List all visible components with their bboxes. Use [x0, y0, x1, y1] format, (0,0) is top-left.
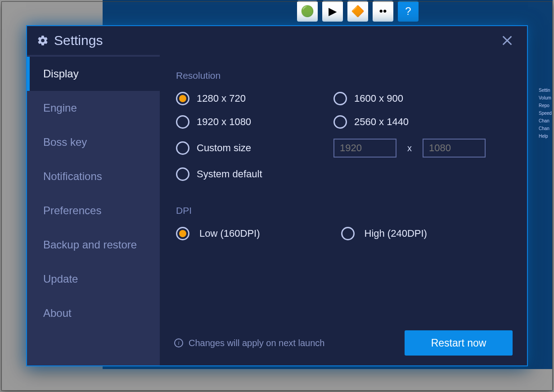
bg-menu-item: Repo — [539, 103, 552, 108]
settings-content: Resolution 1280 x 720 1600 x 900 1920 x … — [160, 55, 527, 365]
radio-label: 2560 x 1440 — [354, 116, 409, 128]
sidebar-item-label: Engine — [43, 102, 77, 114]
radio-icon — [333, 115, 347, 129]
radio-icon — [341, 227, 355, 240]
x-separator: x — [407, 143, 412, 153]
dpi-option-low[interactable]: Low (160DPI) — [176, 227, 260, 240]
restart-now-button[interactable]: Restart now — [405, 330, 513, 356]
info-icon: i — [174, 338, 183, 347]
sidebar-item-display[interactable]: Display — [27, 57, 160, 91]
bg-menu-item: Settin — [539, 88, 552, 93]
background-side-menu: Settin Volum Repo Speed Chan Chan Help — [539, 88, 552, 139]
radio-label: Low (160DPI) — [199, 228, 260, 239]
gear-icon — [37, 35, 49, 46]
resolution-option-2560x1440[interactable]: 2560 x 1440 — [333, 115, 513, 129]
sidebar-item-backup-restore[interactable]: Backup and restore — [27, 228, 160, 262]
sidebar-item-label: Display — [43, 68, 79, 80]
radio-icon — [176, 167, 189, 181]
bg-app-icon-3: 🔶 — [347, 1, 368, 22]
bg-app-icon-4: •• — [373, 1, 393, 22]
bg-menu-item: Volum — [539, 95, 552, 100]
resolution-option-1280x720[interactable]: 1280 x 720 — [176, 92, 333, 105]
radio-label: 1280 x 720 — [197, 93, 246, 104]
dpi-section-title: DPI — [176, 205, 513, 216]
bg-help-icon: ? — [398, 1, 419, 22]
dialog-footer: i Changes will apply on next launch Rest… — [174, 330, 513, 356]
sidebar-item-engine[interactable]: Engine — [27, 91, 160, 125]
sidebar-item-label: About — [43, 307, 72, 320]
close-icon — [501, 34, 513, 47]
resolution-options: 1280 x 720 1600 x 900 1920 x 1080 2560 x… — [176, 92, 513, 181]
settings-dialog: Settings Display Engine Boss key Notific… — [26, 25, 528, 366]
resolution-option-custom[interactable]: Custom size — [176, 141, 333, 155]
sidebar-item-about[interactable]: About — [27, 296, 160, 330]
bg-app-icon-2: ▶ — [322, 1, 343, 22]
bg-menu-item: Chan — [539, 126, 552, 131]
radio-label: 1920 x 1080 — [197, 116, 251, 128]
dialog-title: Settings — [54, 33, 497, 48]
custom-size-inputs: x — [333, 139, 513, 158]
sidebar-item-notifications[interactable]: Notifications — [27, 159, 160, 194]
dialog-titlebar: Settings — [27, 26, 527, 55]
resolution-section-title: Resolution — [176, 70, 513, 81]
radio-label: Custom size — [197, 142, 251, 154]
close-button[interactable] — [497, 31, 517, 50]
resolution-option-1920x1080[interactable]: 1920 x 1080 — [176, 115, 333, 129]
sidebar-item-label: Notifications — [43, 170, 102, 183]
sidebar-item-label: Boss key — [43, 136, 87, 149]
bg-menu-item: Chan — [539, 118, 552, 123]
dpi-option-high[interactable]: High (240DPI) — [341, 227, 427, 240]
resolution-option-1600x900[interactable]: 1600 x 900 — [333, 92, 513, 105]
bg-menu-item: Speed — [539, 111, 552, 116]
radio-icon — [333, 92, 347, 105]
radio-label: System default — [197, 168, 262, 180]
radio-label: High (240DPI) — [365, 228, 427, 239]
radio-icon — [176, 92, 189, 105]
bg-menu-item: Help — [539, 134, 552, 139]
custom-height-input[interactable] — [423, 139, 486, 158]
dpi-section: DPI Low (160DPI) High (240DPI) — [176, 205, 513, 240]
info-text: Changes will apply on next launch — [189, 338, 324, 348]
bg-app-icon-1: 🟢 — [297, 1, 318, 22]
background-toolbar: 🟢 ▶ 🔶 •• ? — [297, 1, 441, 23]
info-message: i Changes will apply on next launch — [174, 338, 324, 348]
sidebar-item-label: Update — [43, 273, 78, 285]
sidebar-item-preferences[interactable]: Preferences — [27, 194, 160, 228]
radio-icon — [176, 141, 189, 155]
sidebar-item-label: Backup and restore — [43, 239, 137, 251]
radio-label: 1600 x 900 — [354, 93, 403, 104]
sidebar-item-boss-key[interactable]: Boss key — [27, 125, 160, 159]
settings-sidebar: Display Engine Boss key Notifications Pr… — [27, 55, 160, 365]
sidebar-item-update[interactable]: Update — [27, 262, 160, 296]
radio-icon — [176, 227, 189, 240]
custom-width-input[interactable] — [333, 139, 396, 158]
radio-icon — [176, 115, 189, 129]
resolution-option-system-default[interactable]: System default — [176, 167, 513, 181]
sidebar-item-label: Preferences — [43, 204, 101, 217]
